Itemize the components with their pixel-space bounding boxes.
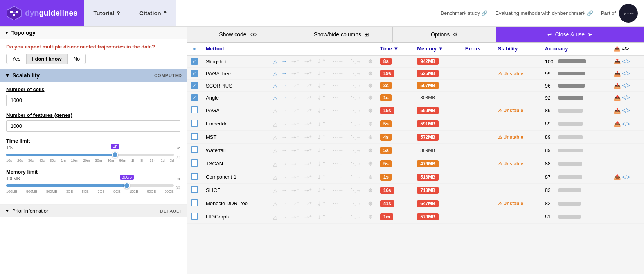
main-content: Show code </> Show/hide columns ⊞ Option…	[187, 27, 644, 274]
benchmark-link[interactable]: Benchmark study 🔗	[441, 10, 487, 16]
topo-icon-cell: ❋	[367, 210, 376, 224]
send-icon[interactable]: 📤	[614, 95, 621, 101]
checkbox[interactable]	[191, 186, 198, 193]
row-check[interactable]	[187, 131, 202, 144]
row-check[interactable]	[187, 55, 202, 68]
send-icon[interactable]: 📤	[614, 174, 621, 180]
topo-icon-cell: ⇣⇡	[316, 144, 332, 157]
idontknow-button[interactable]: I don't know	[26, 54, 67, 64]
code-icon[interactable]: </>	[622, 82, 630, 89]
stability-cell	[494, 117, 541, 131]
row-check[interactable]	[187, 104, 202, 117]
options-button[interactable]: Options ⚙	[393, 27, 496, 42]
table-row: Waterfall△→⇢⁻⇢⁺⇣⇡⋯→⋱→❋5s369MB89	[187, 144, 644, 157]
checkbox[interactable]	[191, 213, 198, 220]
checkbox[interactable]	[191, 133, 198, 140]
accuracy-cell: 81	[541, 210, 610, 224]
row-check[interactable]	[187, 197, 202, 210]
checkbox[interactable]	[191, 82, 198, 89]
time-slider-container: Time limit 10s ∞	[6, 138, 180, 163]
checkbox[interactable]	[191, 120, 198, 127]
memory-slider-track-area[interactable]: 30GB	[6, 182, 174, 190]
citation-icon: ❝	[164, 10, 167, 16]
row-check[interactable]	[187, 117, 202, 131]
show-hide-columns-button[interactable]: Show/hide columns ⊞	[290, 27, 393, 42]
row-check[interactable]	[187, 80, 202, 92]
evaluating-link[interactable]: Evaluating methods with dynbenchmark 🔗	[495, 10, 593, 16]
memory-ticks: 100MB500MB800MB3GB5GB7GB9GB10GB50GB90GB	[6, 190, 174, 193]
table-row: Monocle DDRTree△→⇢⁻⇢⁺⇣⇡⋯→⋱→❋41s647MB Uns…	[187, 197, 644, 210]
time-infinity-btn[interactable]: ∞	[175, 153, 180, 161]
memory-cell: 369MB	[413, 144, 461, 157]
topo-icon-cell: ⇢⁻	[291, 170, 304, 184]
checkbox[interactable]	[191, 199, 198, 206]
action-cell: 📤</>	[610, 80, 644, 92]
topo-icon-cell: ⇢⁺	[304, 210, 317, 224]
time-sort[interactable]: Time ▼	[380, 46, 399, 52]
send-icon[interactable]: 📤	[614, 107, 621, 114]
time-cell: 19s	[376, 68, 414, 80]
topo-icon-cell: △	[272, 104, 281, 117]
time-slider-track-area[interactable]: 1h	[6, 151, 174, 159]
yes-button[interactable]: Yes	[6, 54, 26, 64]
errors-cell	[461, 104, 494, 117]
prior-header[interactable]: ▼ Prior information DEFAULT	[0, 205, 187, 217]
stability-sort[interactable]: Stability	[498, 46, 518, 52]
code-icon[interactable]: </>	[622, 174, 630, 180]
memory-sort[interactable]: Memory ▼	[417, 46, 443, 52]
all-check-icon[interactable]: ●	[193, 46, 196, 52]
row-check[interactable]	[187, 144, 202, 157]
code-icon[interactable]: </>	[622, 58, 630, 64]
checkbox[interactable]	[191, 173, 198, 180]
scalability-header[interactable]: ▼ Scalability COMPUTED	[0, 69, 187, 82]
accuracy-sort[interactable]: Accuracy	[545, 46, 568, 52]
code-icon[interactable]: </>	[622, 70, 630, 77]
checkbox[interactable]	[191, 146, 198, 153]
memory-min: 100MB	[6, 176, 20, 181]
tutorial-tab[interactable]: Tutorial ?	[84, 0, 130, 26]
checkbox[interactable]	[191, 58, 198, 65]
checkbox[interactable]	[191, 94, 198, 101]
time-cell: 8s	[376, 55, 414, 68]
svg-rect-3	[13, 14, 15, 16]
code-icon[interactable]: </>	[622, 107, 630, 114]
row-check[interactable]	[187, 210, 202, 224]
row-check[interactable]	[187, 170, 202, 184]
errors-cell	[461, 197, 494, 210]
errors-cell	[461, 80, 494, 92]
memory-thumb[interactable]	[124, 183, 130, 189]
send-icon[interactable]: 📤	[614, 70, 621, 77]
topology-header[interactable]: ▼ Topology	[0, 27, 187, 39]
show-code-button[interactable]: Show code </>	[187, 27, 290, 42]
checkbox[interactable]	[191, 159, 198, 167]
time-cell: 15s	[376, 104, 414, 117]
method-sort[interactable]: Method	[206, 46, 224, 52]
send-icon[interactable]: 📤	[614, 121, 621, 127]
citation-tab[interactable]: Citation ❝	[130, 0, 176, 26]
memory-slider-row: 30GB 100MB500MB800MB3GB5GB7GB9GB10GB50GB…	[6, 182, 180, 193]
checkbox[interactable]	[191, 106, 198, 113]
time-thumb[interactable]	[112, 152, 118, 158]
row-check[interactable]	[187, 157, 202, 170]
code-icon[interactable]: </>	[622, 121, 630, 127]
row-check[interactable]	[187, 184, 202, 197]
scalability-arrow: ▼	[5, 72, 10, 79]
send-icon[interactable]: 📤	[614, 82, 621, 89]
genes-input[interactable]	[6, 120, 180, 132]
checkbox[interactable]	[191, 70, 198, 77]
no-button[interactable]: No	[68, 54, 86, 64]
action-cell	[610, 131, 644, 144]
topo-icon-cell: ⇢⁺	[304, 55, 317, 68]
send-icon[interactable]: 📤	[614, 58, 621, 64]
memory-infinity-btn[interactable]: ∞	[175, 184, 180, 192]
topo-icon-cell: ⋱→	[350, 104, 367, 117]
row-check[interactable]	[187, 92, 202, 104]
code-icon[interactable]: </>	[622, 95, 630, 101]
cells-input[interactable]	[6, 95, 180, 106]
errors-sort[interactable]: Errors	[465, 46, 480, 52]
close-use-button[interactable]: ↩ Close & use ➤	[496, 27, 644, 42]
memory-cell: 573MB	[413, 210, 461, 224]
topo-icon-cell: ⋯→	[332, 68, 349, 80]
row-check[interactable]	[187, 68, 202, 80]
topo-icon-cell: ⇢⁺	[304, 170, 317, 184]
